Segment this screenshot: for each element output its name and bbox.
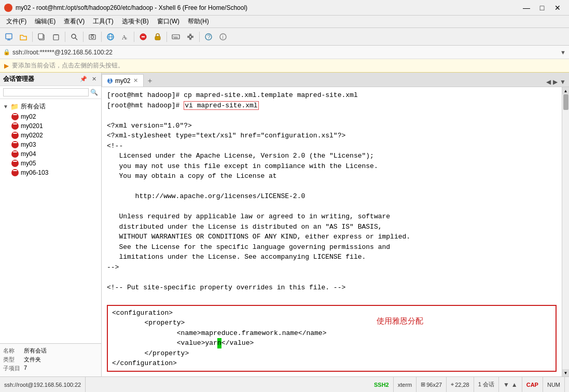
toolbar-sep-7 <box>199 32 200 42</box>
session-label-my06-103: my06-103 <box>21 169 48 176</box>
status-nav-up[interactable]: ▲ <box>511 381 518 388</box>
scroll-down-button[interactable]: ▼ <box>562 369 570 376</box>
copy-button[interactable] <box>35 30 48 44</box>
svg-rect-28 <box>187 36 189 38</box>
svg-point-29 <box>189 35 192 38</box>
annotation-text: 使用雅恩分配 <box>377 315 423 327</box>
term-license-7: See the License for the specific languag… <box>107 242 557 253</box>
term-blank-1 <box>107 110 557 121</box>
toolbar-sep-4 <box>101 32 102 42</box>
terminal-scrollbar[interactable]: ▲ ▼ <box>562 87 569 376</box>
toolbar-sep-6 <box>166 32 167 42</box>
term-vi-highlight: vi mapred-site.xml <box>184 101 258 110</box>
sidebar: 会话管理器 📌 ✕ 🔍 ▼ 📁 所有会话 my02 my0201 <box>0 73 102 376</box>
status-address: ssh://root@192.168.56.100:22 <box>4 377 86 392</box>
tab-close-my02[interactable]: ✕ <box>133 77 138 84</box>
status-size-text: 96x27 <box>426 382 442 388</box>
tabbar: 1 my02 ✕ ＋ ◀ ▶ ▼ <box>102 73 569 87</box>
session-item-my03[interactable]: my03 <box>0 140 101 149</box>
scroll-up-button[interactable]: ▲ <box>562 87 570 94</box>
new-tab-button[interactable]: ＋ <box>144 75 156 87</box>
restore-button[interactable]: □ <box>535 2 549 13</box>
session-item-my0202[interactable]: my0202 <box>0 131 101 140</box>
status-nav-down[interactable]: ▼ <box>503 381 509 388</box>
session-item-my04[interactable]: my04 <box>0 149 101 159</box>
sidebar-icons: 📌 ✕ <box>79 75 98 83</box>
search-icon[interactable]: 🔍 <box>90 89 98 96</box>
menu-edit[interactable]: 编辑(E) <box>31 16 60 27</box>
close-button[interactable]: ✕ <box>550 2 565 13</box>
menu-help[interactable]: 帮助(H) <box>184 16 213 27</box>
term-property-close: </property> <box>112 348 551 359</box>
paste-button[interactable] <box>49 30 63 44</box>
info-button[interactable]: i <box>216 30 230 44</box>
sidebar-pin-button[interactable]: 📌 <box>79 75 88 83</box>
tab-nav-left[interactable]: ◀ <box>545 77 552 87</box>
menu-window[interactable]: 窗口(W) <box>153 16 184 27</box>
sidebar-search-input[interactable] <box>3 88 89 96</box>
sidebar-close-button[interactable]: ✕ <box>90 75 98 83</box>
help-button[interactable]: ? <box>202 30 215 44</box>
new-session-button[interactable] <box>2 30 16 44</box>
menu-file[interactable]: 文件(F) <box>2 16 31 27</box>
status-term: xterm <box>394 377 417 392</box>
term-blank-5 <box>107 292 557 303</box>
svg-rect-9 <box>89 35 95 39</box>
tree-root-item[interactable]: ▼ 📁 所有会话 <box>0 101 101 112</box>
window-title: my02 - root@hmt:/opt/soft/hadoop260/etc/… <box>16 4 519 11</box>
term-xml-stylesheet: <?xml-stylesheet type="text/xsl" href="c… <box>107 131 557 141</box>
tab-nav-dropdown[interactable]: ▼ <box>559 77 567 87</box>
menubar: 文件(F) 编辑(E) 查看(V) 工具(T) 选项卡(B) 窗口(W) 帮助(… <box>0 16 569 28</box>
terminal-content[interactable]: [root@hmt hadoop]# cp mapred-site.xml.te… <box>102 87 562 376</box>
session-item-my06-103[interactable]: my06-103 <box>0 168 101 177</box>
svg-rect-11 <box>91 34 94 35</box>
status-nav: ▼ ▲ <box>499 377 522 392</box>
session-item-my0201[interactable]: my0201 <box>0 121 101 131</box>
prop-value-children: 7 <box>24 365 27 372</box>
session-icon-my02 <box>11 113 19 120</box>
keyboard-button[interactable] <box>169 30 183 44</box>
address-dropdown-button[interactable]: ▼ <box>560 49 566 55</box>
term-license-1: Licensed under the Apache License, Versi… <box>107 151 557 161</box>
term-xml-decl: <?xml version="1.0"?> <box>107 121 557 131</box>
term-config-open: <configuration> <box>112 308 551 318</box>
sidebar-properties: 名称 所有会话 类型 文件夹 子项目 7 <box>0 343 101 376</box>
svg-rect-25 <box>189 34 191 35</box>
term-blank-4 <box>107 272 557 283</box>
term-config-close: </configuration> <box>112 358 551 369</box>
menu-tools[interactable]: 工具(T) <box>89 16 117 27</box>
search-button[interactable] <box>67 30 81 44</box>
minimize-button[interactable]: — <box>519 2 534 13</box>
term-property-comment: <!-- Put site-specific property override… <box>107 283 557 293</box>
svg-point-10 <box>91 36 94 38</box>
svg-text:i: i <box>223 34 224 40</box>
session-tree: ▼ 📁 所有会话 my02 my0201 my0202 my03 <box>0 99 101 343</box>
scroll-thumb[interactable] <box>563 94 568 110</box>
svg-rect-26 <box>189 38 191 40</box>
font-button[interactable]: Aa <box>118 30 132 44</box>
term-comment-close: --> <box>107 262 557 273</box>
session-item-my05[interactable]: my05 <box>0 159 101 168</box>
session-icon-my04 <box>11 150 19 158</box>
password-button[interactable] <box>151 30 164 44</box>
menu-tabs[interactable]: 选项卡(B) <box>118 16 153 27</box>
session-label-my0201: my0201 <box>21 122 43 130</box>
screenshot-button[interactable] <box>86 30 99 44</box>
stop-button[interactable] <box>136 30 150 44</box>
status-cap: CAP <box>522 377 543 392</box>
scroll-track <box>563 94 568 369</box>
svg-rect-19 <box>155 36 160 40</box>
tab-nav-right[interactable]: ▶ <box>552 77 559 87</box>
red-box-content: <configuration> <property> <name>mapredu… <box>107 305 557 372</box>
open-button[interactable] <box>17 30 30 44</box>
config-button[interactable] <box>184 30 197 44</box>
status-num: NUM <box>543 377 565 392</box>
svg-text:?: ? <box>207 34 211 40</box>
browser-button[interactable] <box>104 30 117 44</box>
lock-icon: 🔒 <box>3 49 10 55</box>
session-item-my02[interactable]: my02 <box>0 112 101 121</box>
prop-label-name: 名称 <box>3 347 24 355</box>
menu-view[interactable]: 查看(V) <box>60 16 89 27</box>
tab-my02[interactable]: 1 my02 ✕ <box>102 74 144 87</box>
tree-root-label: 所有会话 <box>21 102 46 111</box>
